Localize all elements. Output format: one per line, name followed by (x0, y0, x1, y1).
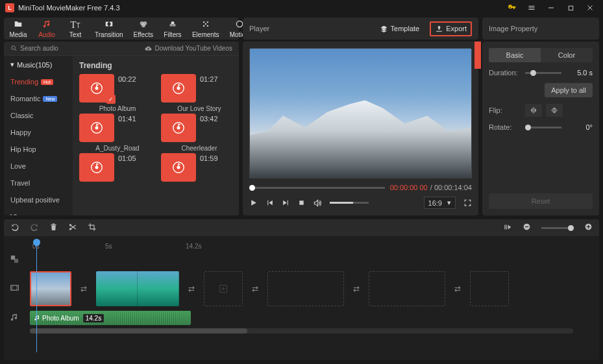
duration-slider[interactable] (525, 72, 561, 74)
flip-horizontal-button[interactable] (525, 104, 542, 117)
properties-panel: Basic Color Duration: 5.0 s Apply to all… (482, 42, 599, 215)
zoom-out-button[interactable] (523, 223, 531, 233)
maximize-button[interactable] (563, 0, 578, 16)
transition-slot[interactable]: ⇄ (186, 283, 197, 295)
play-button[interactable] (249, 199, 258, 207)
minimize-button[interactable] (543, 0, 559, 16)
svg-rect-33 (506, 224, 507, 229)
template-button[interactable]: Template (375, 22, 425, 36)
cloud-download-icon (145, 45, 152, 52)
flip-vertical-button[interactable] (546, 104, 563, 117)
timeline-ruler[interactable]: 0s 5s 14.2s (4, 240, 599, 252)
zoom-slider[interactable] (541, 227, 574, 229)
main-tabs: Media Audio TT Text Transition Effects (4, 18, 239, 40)
split-button[interactable] (68, 223, 77, 234)
sidebar-item-hiphop[interactable]: Hip Hop (4, 141, 73, 158)
reset-button[interactable]: Reset (489, 193, 593, 209)
audio-thumb (161, 114, 196, 142)
audio-card[interactable]: 01:41 A_Dusty_Road (79, 114, 156, 152)
svg-rect-29 (551, 110, 558, 111)
tab-transition[interactable]: Transition (90, 18, 129, 40)
transition-slot[interactable]: ⇄ (452, 283, 463, 295)
download-youtube-link[interactable]: Download YouTube Videos (145, 45, 232, 52)
export-highlight-edge (474, 42, 481, 69)
audio-track-icon[interactable] (4, 313, 25, 324)
sidebar-item-happy[interactable]: Happy (4, 124, 73, 141)
player-panel: 00:00:00 00 / 00:00:14:04 16:9▾ (243, 42, 478, 215)
menu-icon[interactable] (524, 0, 539, 16)
next-frame-button[interactable] (282, 199, 290, 207)
svg-rect-38 (588, 225, 589, 228)
svg-point-26 (177, 166, 180, 169)
app-title: MiniTool MovieMaker Free 7.4.3 (18, 4, 120, 12)
crop-button[interactable] (88, 223, 97, 234)
upgrade-key-icon[interactable] (504, 0, 520, 16)
playhead[interactable] (36, 239, 37, 352)
audio-card[interactable]: ✓ 00:22 Photo Album (79, 74, 156, 112)
audio-card[interactable]: 01:05 (79, 153, 156, 184)
apply-all-button[interactable]: Apply to all (545, 83, 593, 97)
sidebar-item-upbeat[interactable]: Upbeat positive (4, 191, 73, 208)
timeline-scrollbar[interactable] (30, 328, 573, 334)
tab-filters[interactable]: Filters (158, 18, 187, 40)
text-icon: TT (70, 19, 80, 30)
tab-text[interactable]: TT Text (61, 18, 90, 40)
player-bar: Player Template Export (243, 18, 478, 40)
layer-icon[interactable] (4, 254, 25, 266)
volume-button[interactable] (313, 199, 322, 208)
audio-clip[interactable]: Photo Album 14.2s (30, 311, 191, 325)
redo-button[interactable] (30, 223, 39, 234)
rotate-slider[interactable] (525, 127, 561, 128)
audio-card[interactable]: 01:59 (161, 153, 238, 184)
video-track-icon[interactable] (4, 283, 25, 295)
sidebar-item-travel[interactable]: Travel (4, 175, 73, 191)
volume-slider[interactable] (330, 202, 369, 204)
svg-point-7 (173, 23, 176, 27)
sidebar-group-music[interactable]: ▾ Music(105) (4, 56, 73, 73)
transition-slot[interactable]: ⇄ (249, 283, 261, 295)
tab-elements[interactable]: Elements (187, 18, 225, 40)
zoom-in-button[interactable] (584, 223, 593, 233)
svg-rect-1 (569, 6, 572, 10)
tab-media[interactable]: Media (4, 18, 32, 40)
search-input[interactable]: Search audio (10, 45, 140, 52)
svg-point-14 (12, 46, 16, 50)
video-clip[interactable] (96, 271, 179, 306)
sidebar-item-trending[interactable]: TrendingHot (4, 73, 73, 90)
svg-point-16 (95, 87, 98, 90)
empty-slot[interactable] (204, 271, 243, 306)
prop-tab-basic[interactable]: Basic (489, 48, 541, 62)
empty-slot[interactable] (470, 271, 509, 306)
undo-button[interactable] (10, 223, 19, 234)
delete-button[interactable] (49, 223, 58, 234)
sidebar-item-romantic[interactable]: RomanticNew (4, 90, 73, 107)
tab-audio[interactable]: Audio (32, 18, 61, 40)
prev-frame-button[interactable] (265, 199, 274, 207)
stop-button[interactable] (298, 199, 305, 206)
image-property-bar: Image Property (482, 18, 599, 40)
search-icon (10, 45, 18, 52)
sidebar-item-love[interactable]: Love (4, 158, 73, 175)
video-preview[interactable] (249, 48, 472, 178)
svg-point-9 (207, 21, 208, 22)
prop-tab-color[interactable]: Color (541, 48, 593, 62)
export-icon (435, 25, 443, 33)
empty-slot[interactable] (267, 271, 344, 306)
svg-point-6 (169, 23, 173, 27)
close-button[interactable] (582, 0, 598, 16)
transition-slot[interactable]: ⇄ (351, 283, 362, 295)
tab-effects[interactable]: Effects (129, 18, 158, 40)
sidebar-item-vlog[interactable]: Vlog (4, 208, 73, 215)
audio-thumb: ✓ (79, 74, 114, 103)
progress-bar[interactable] (249, 186, 385, 189)
aspect-select[interactable]: 16:9▾ (424, 197, 456, 209)
export-button[interactable]: Export (430, 21, 472, 36)
speed-button[interactable] (503, 223, 512, 234)
audio-card[interactable]: 03:42 Cheerleader (161, 114, 238, 152)
fullscreen-button[interactable] (463, 199, 472, 207)
empty-slot[interactable] (369, 271, 445, 306)
sidebar-item-classic[interactable]: Classic (4, 107, 73, 124)
transition-icon (104, 19, 114, 30)
transition-slot[interactable]: ⇄ (78, 283, 90, 295)
audio-card[interactable]: 01:27 Our Love Story (161, 74, 238, 112)
